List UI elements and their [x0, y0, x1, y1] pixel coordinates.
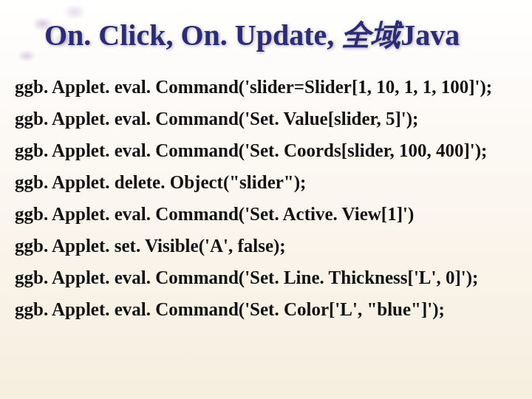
code-line: ggb. Applet. eval. Command('Set. Line. T…	[15, 262, 517, 293]
title-text-en-suffix: Java	[400, 18, 460, 52]
code-block: ggb. Applet. eval. Command('slider=Slide…	[15, 71, 517, 325]
title-text-en-prefix: On. Click, On. Update,	[44, 18, 341, 52]
code-line: ggb. Applet. set. Visible('A', false);	[15, 230, 517, 262]
code-line: ggb. Applet. delete. Object("slider");	[15, 166, 517, 198]
code-line: ggb. Applet. eval. Command('Set. Coords[…	[15, 134, 517, 166]
slide-container: On. Click, On. Update, 全域Java ggb. Apple…	[0, 0, 532, 399]
slide-title: On. Click, On. Update, 全域Java	[44, 18, 517, 53]
code-line: ggb. Applet. eval. Command('slider=Slide…	[15, 71, 517, 103]
title-text-cjk: 全域	[341, 18, 400, 52]
code-line: ggb. Applet. eval. Command('Set. Color['…	[15, 293, 517, 325]
code-line: ggb. Applet. eval. Command('Set. Active.…	[15, 198, 517, 230]
code-line: ggb. Applet. eval. Command('Set. Value[s…	[15, 103, 517, 134]
